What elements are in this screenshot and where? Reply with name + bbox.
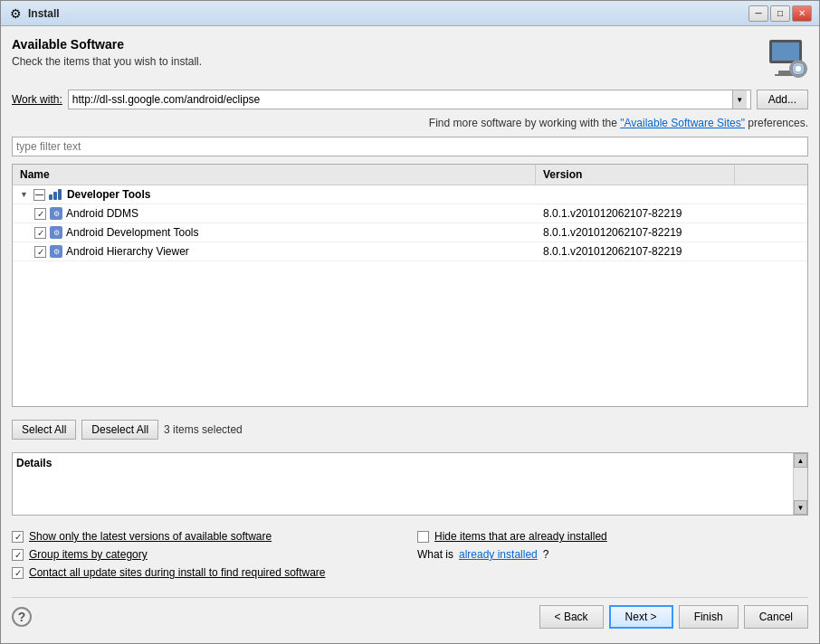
option-label-1[interactable]: Show only the latest versions of availab… — [29, 530, 272, 543]
add-button[interactable]: Add... — [757, 90, 808, 109]
combo-value: http://dl-ssl.google.com/android/eclipse — [72, 93, 260, 106]
table-row[interactable]: ⚙ Android DDMS 8.0.1.v201012062107-82219 — [13, 204, 807, 223]
category-icon — [49, 189, 63, 200]
table-row[interactable]: ⚙ Android Development Tools 8.0.1.v20101… — [13, 223, 807, 242]
option-checkbox-3[interactable] — [12, 549, 24, 561]
footer-left: ? — [12, 607, 32, 627]
col-name: Name — [13, 165, 536, 185]
category-extra-cell — [735, 192, 807, 197]
combo-arrow-icon[interactable]: ▼ — [732, 90, 747, 109]
item-name-cell: ⚙ Android Hierarchy Viewer — [13, 242, 536, 260]
col-extra — [735, 165, 807, 185]
work-with-row: Work with: http://dl-ssl.google.com/andr… — [12, 90, 808, 109]
plugin-icon: ⚙ — [50, 207, 62, 220]
monitor-icon — [764, 40, 807, 80]
item-version-cell: 8.0.1.v201012062107-82219 — [536, 242, 735, 260]
minimize-button[interactable]: ─ — [748, 5, 768, 22]
option-row-5: Contact all update sites during install … — [12, 566, 403, 579]
close-button[interactable]: ✕ — [792, 5, 812, 22]
details-scrollbar[interactable]: ▲ ▼ — [793, 453, 807, 515]
page-subtitle: Check the items that you wish to install… — [12, 55, 202, 68]
option-checkbox-2[interactable] — [417, 531, 429, 543]
find-more-text: Find more software by working with the — [429, 117, 620, 129]
col-version: Version — [536, 165, 735, 185]
item-name-cell: ⚙ Android DDMS — [13, 204, 536, 223]
table-header: Name Version — [13, 165, 807, 185]
option-label-2[interactable]: Hide items that are already installed — [434, 530, 607, 543]
software-table: Name Version ▼ Developer Tools — [12, 164, 808, 407]
window-title: Install — [28, 7, 748, 20]
item-extra-cell — [735, 230, 807, 235]
title-bar-controls: ─ □ ✕ — [748, 5, 812, 22]
work-with-label: Work with: — [12, 93, 62, 106]
select-all-button[interactable]: Select All — [12, 420, 76, 440]
item-extra-cell — [735, 211, 807, 216]
scroll-down-button[interactable]: ▼ — [794, 500, 807, 515]
category-label: Developer Tools — [67, 188, 150, 201]
details-label: Details — [16, 457, 804, 469]
window-icon: ⚙ — [8, 6, 23, 21]
header-section: Available Software Check the items that … — [12, 37, 808, 82]
plugin-icon: ⚙ — [50, 245, 62, 258]
category-name-cell: ▼ Developer Tools — [13, 185, 536, 204]
available-software-sites-link[interactable]: "Available Software Sites" — [620, 117, 745, 129]
option-checkbox-1[interactable] — [12, 531, 24, 543]
header-text: Available Software Check the items that … — [12, 37, 202, 68]
details-section: Details ▲ ▼ — [12, 452, 808, 516]
option-label-5[interactable]: Contact all update sites during install … — [29, 566, 326, 579]
find-more-suffix: preferences. — [748, 117, 808, 129]
finish-button[interactable]: Finish — [679, 605, 739, 629]
what-is-text: What is — [417, 548, 453, 561]
tree-expand-icon[interactable]: ▼ — [20, 190, 28, 199]
item-version-cell: 8.0.1.v201012062107-82219 — [536, 223, 735, 242]
what-is-suffix: ? — [543, 548, 549, 561]
item-label: Android Development Tools — [66, 226, 199, 239]
category-version-cell — [536, 192, 735, 197]
find-more-row: Find more software by working with the "… — [12, 117, 808, 129]
table-body: ▼ Developer Tools — [13, 185, 807, 261]
option-label-3[interactable]: Group items by category — [29, 548, 148, 561]
footer-buttons: < Back Next > Finish Cancel — [539, 605, 808, 629]
footer: ? < Back Next > Finish Cancel — [12, 597, 808, 632]
cancel-button[interactable]: Cancel — [744, 605, 808, 629]
header-icon-area — [763, 37, 808, 82]
help-icon[interactable]: ? — [12, 607, 32, 627]
item-checkbox[interactable] — [34, 246, 46, 258]
item-label: Android Hierarchy Viewer — [66, 245, 189, 258]
filter-input[interactable] — [12, 137, 808, 156]
item-extra-cell — [735, 249, 807, 254]
option-checkbox-5[interactable] — [12, 567, 24, 579]
options-section: Show only the latest versions of availab… — [12, 523, 808, 586]
option-row-4: What is already installed ? — [417, 548, 808, 561]
next-button[interactable]: Next > — [609, 605, 673, 629]
table-row[interactable]: ⚙ Android Hierarchy Viewer 8.0.1.v201012… — [13, 242, 807, 261]
option-row-1: Show only the latest versions of availab… — [12, 530, 403, 543]
category-checkbox[interactable] — [33, 189, 45, 201]
item-version-cell: 8.0.1.v201012062107-82219 — [536, 204, 735, 223]
page-title: Available Software — [12, 37, 202, 52]
maximize-button[interactable]: □ — [770, 5, 790, 22]
item-label: Android DDMS — [66, 207, 138, 220]
scroll-up-button[interactable]: ▲ — [794, 453, 807, 468]
already-installed-link[interactable]: already installed — [459, 548, 538, 561]
option-row-2: Hide items that are already installed — [417, 530, 808, 543]
selection-count: 3 items selected — [164, 423, 243, 436]
plugin-icon: ⚙ — [50, 226, 62, 239]
deselect-all-button[interactable]: Deselect All — [81, 420, 158, 440]
cd-icon — [789, 60, 807, 78]
item-checkbox[interactable] — [34, 208, 46, 220]
item-name-cell: ⚙ Android Development Tools — [13, 223, 536, 242]
work-with-combo[interactable]: http://dl-ssl.google.com/android/eclipse… — [68, 90, 751, 109]
install-window: ⚙ Install ─ □ ✕ Available Software Check… — [0, 0, 820, 644]
table-row[interactable]: ▼ Developer Tools — [13, 185, 807, 204]
back-button[interactable]: < Back — [539, 605, 604, 629]
main-content: Available Software Check the items that … — [1, 26, 819, 643]
item-checkbox[interactable] — [34, 227, 46, 239]
title-bar: ⚙ Install ─ □ ✕ — [1, 1, 819, 26]
option-row-3: Group items by category — [12, 548, 403, 561]
selection-row: Select All Deselect All 3 items selected — [12, 414, 808, 445]
